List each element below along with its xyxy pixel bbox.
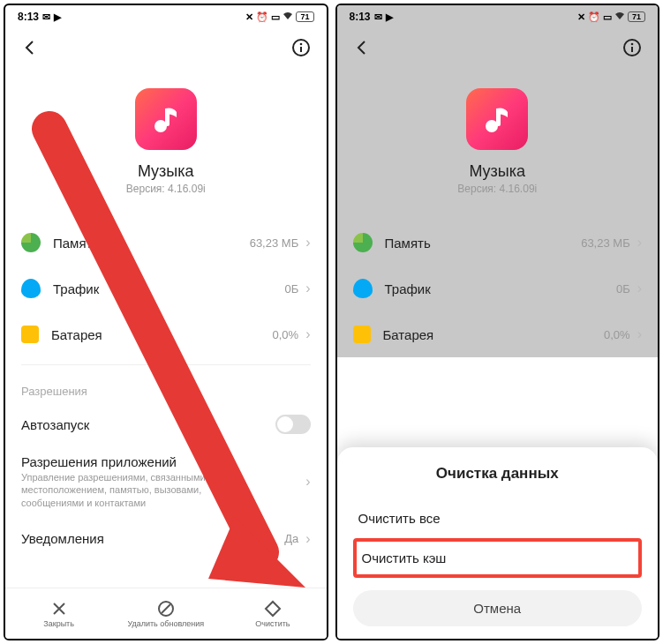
storage-value: 63,23 МБ — [581, 236, 630, 250]
data-value: 0Б — [284, 282, 298, 296]
svg-point-11 — [486, 120, 498, 132]
data-label: Трафик — [53, 281, 284, 296]
chevron-right-icon: › — [305, 474, 310, 490]
app-version: Версия: 4.16.09i — [126, 183, 206, 195]
storage-row[interactable]: Память 63,23 МБ › — [21, 220, 311, 266]
storage-icon — [21, 233, 41, 252]
bottom-action-bar: Закрыть Удалить обновления Очистить — [5, 588, 327, 639]
app-name: Музыка — [138, 162, 194, 181]
cancel-button[interactable]: Отмена — [353, 590, 643, 626]
svg-point-1 — [299, 43, 302, 46]
clear-data-sheet: Очистка данных Очистить все Очистить кэш… — [337, 447, 659, 639]
chevron-right-icon: › — [637, 281, 642, 296]
clear-cache-option[interactable]: Очистить кэш — [353, 538, 643, 578]
notifications-label: Уведомления — [21, 531, 284, 546]
storage-row[interactable]: Память 63,23 МБ › — [353, 220, 643, 266]
vibrate-icon: ▭ — [271, 11, 280, 23]
alarm-icon: ⏰ — [588, 11, 600, 23]
permissions-section-title: Разрешения — [5, 372, 327, 403]
chevron-right-icon: › — [305, 326, 310, 342]
mail-icon: ✉ — [374, 11, 382, 23]
dnd-icon: ✕ — [577, 11, 585, 23]
svg-point-9 — [631, 43, 634, 46]
status-bar: 8:13 ✉ ▶ ✕ ⏰ ▭ 71 — [337, 5, 659, 28]
chevron-right-icon: › — [305, 281, 310, 296]
mail-icon: ✉ — [42, 11, 50, 23]
battery-usage-icon — [353, 326, 371, 343]
uninstall-updates-label: Удалить обновления — [127, 619, 204, 628]
sheet-title: Очистка данных — [353, 465, 643, 483]
app-icon — [135, 88, 197, 150]
battery-label: Батарея — [51, 327, 273, 342]
battery-row[interactable]: Батарея 0,0% › — [353, 311, 643, 357]
autostart-toggle[interactable] — [275, 415, 311, 434]
status-bar: 8:13 ✉ ▶ ✕ ⏰ ▭ 71 — [5, 5, 327, 28]
youtube-icon: ▶ — [54, 11, 61, 23]
status-time: 8:13 — [350, 11, 371, 23]
chevron-right-icon: › — [305, 235, 310, 251]
chevron-right-icon: › — [637, 235, 642, 251]
permissions-desc: Управление разрешениями, связанными с ме… — [21, 471, 251, 509]
storage-icon — [353, 233, 373, 252]
permissions-label: Разрешения приложений — [21, 454, 305, 469]
vibrate-icon: ▭ — [603, 11, 612, 23]
youtube-icon: ▶ — [386, 11, 393, 23]
svg-point-3 — [154, 120, 167, 132]
clear-label: Очистить — [255, 619, 290, 628]
battery-value: 0,0% — [604, 328, 630, 341]
data-icon — [353, 279, 373, 298]
app-info-screen-dimmed: Музыка Версия: 4.16.09i Память 63,23 МБ … — [337, 28, 659, 357]
battery-icon: 71 — [628, 11, 645, 22]
clear-all-option[interactable]: Очистить все — [353, 498, 643, 538]
alarm-icon: ⏰ — [256, 11, 268, 23]
data-usage-row[interactable]: Трафик 0Б › — [353, 266, 643, 311]
phone-left: 8:13 ✉ ▶ ✕ ⏰ ▭ 71 — [4, 4, 328, 640]
app-name: Музыка — [469, 162, 525, 181]
autostart-row[interactable]: Автозапуск — [5, 403, 327, 446]
battery-row[interactable]: Батарея 0,0% › — [21, 311, 311, 357]
wifi-icon — [614, 11, 625, 22]
battery-icon: 71 — [296, 11, 313, 22]
data-label: Трафик — [385, 281, 616, 296]
status-time: 8:13 — [18, 11, 39, 23]
app-version: Версия: 4.16.09i — [457, 183, 537, 195]
chevron-right-icon: › — [305, 531, 310, 547]
storage-label: Память — [53, 236, 250, 251]
clear-button[interactable]: Очистить — [219, 588, 326, 639]
notifications-value: Да — [284, 532, 298, 545]
svg-rect-2 — [300, 47, 302, 52]
data-value: 0Б — [616, 282, 630, 296]
battery-usage-icon — [21, 326, 39, 343]
back-button[interactable] — [353, 39, 371, 60]
data-icon — [21, 279, 41, 298]
chevron-right-icon: › — [637, 326, 642, 342]
divider — [21, 364, 311, 365]
info-button[interactable] — [622, 38, 642, 61]
storage-label: Память — [385, 236, 582, 251]
app-permissions-row[interactable]: Разрешения приложений Управление разреше… — [5, 446, 327, 518]
storage-value: 63,23 МБ — [250, 236, 299, 250]
data-usage-row[interactable]: Трафик 0Б › — [21, 266, 311, 311]
app-icon — [466, 88, 528, 150]
close-button[interactable]: Закрыть — [5, 588, 112, 639]
svg-rect-10 — [631, 47, 633, 52]
autostart-label: Автозапуск — [21, 417, 275, 432]
uninstall-updates-button[interactable]: Удалить обновления — [112, 588, 219, 639]
info-button[interactable] — [291, 38, 311, 61]
app-info-screen: Музыка Версия: 4.16.09i Память 63,23 МБ … — [5, 28, 327, 560]
notifications-row[interactable]: Уведомления Да › — [5, 518, 327, 560]
phone-right: 8:13 ✉ ▶ ✕ ⏰ ▭ 71 — [335, 4, 660, 640]
battery-label: Батарея — [383, 327, 605, 342]
back-button[interactable] — [21, 39, 39, 60]
dnd-icon: ✕ — [245, 11, 253, 23]
close-label: Закрыть — [43, 619, 74, 628]
battery-value: 0,0% — [273, 328, 299, 341]
wifi-icon — [283, 11, 293, 22]
